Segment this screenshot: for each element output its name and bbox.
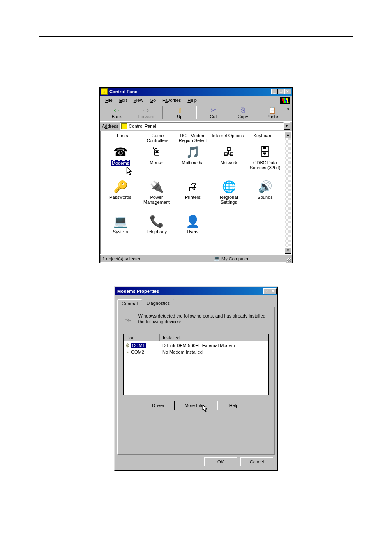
cp-item-icon: 👤 bbox=[186, 214, 199, 228]
cp-item-odbc-data-sources-32bit-[interactable]: 🗄ODBC Data Sources (32bit) bbox=[247, 145, 283, 179]
scroll-track[interactable] bbox=[285, 138, 291, 247]
address-dropdown-button[interactable]: ▼ bbox=[284, 122, 290, 130]
tab-panel-diagnostics: ⌁ Windows detected the following ports, … bbox=[117, 307, 275, 455]
scroll-up-button[interactable]: ▲ bbox=[285, 131, 291, 138]
close-button[interactable]: ✕ bbox=[270, 288, 277, 294]
up-icon: ⇧ bbox=[177, 106, 182, 114]
cp-item-printers[interactable]: 🖨Printers bbox=[175, 179, 211, 214]
cp-item-icon: 💻 bbox=[114, 214, 127, 228]
item-keyboard[interactable]: Keyboard bbox=[245, 133, 281, 143]
dialog-titlebar[interactable]: Modems Properties ? ✕ bbox=[115, 287, 277, 295]
cp-item-label: Network bbox=[221, 160, 237, 165]
address-field[interactable]: Control Panel bbox=[120, 122, 284, 130]
tab-row: General Diagnostics bbox=[117, 298, 275, 307]
control-panel-window: ⌂ Control Panel _ ☐ ✕ File Edit View Go … bbox=[99, 87, 293, 263]
menu-edit[interactable]: Edit bbox=[116, 97, 130, 104]
cp-item-mouse[interactable]: 🖱Mouse bbox=[138, 145, 175, 179]
cp-item-label: Telephony bbox=[146, 229, 167, 234]
cp-item-label: Users bbox=[187, 229, 199, 234]
diagnostics-message: Windows detected the following ports, an… bbox=[138, 313, 269, 326]
cp-item-sounds[interactable]: 🔊Sounds bbox=[247, 179, 283, 214]
cp-item-icon: 🖱 bbox=[150, 145, 163, 159]
cut-label: Cut bbox=[210, 114, 217, 119]
menu-file[interactable]: File bbox=[102, 97, 116, 104]
cp-item-regional-settings[interactable]: 🌐Regional Settings bbox=[211, 179, 247, 214]
serial-port-icon: ⌁ bbox=[123, 313, 133, 326]
cut-button[interactable]: ✂ Cut bbox=[198, 105, 228, 120]
more-info-button[interactable]: More Info... bbox=[180, 401, 212, 410]
scrollbar[interactable]: ▲ ▼ bbox=[285, 131, 291, 254]
cp-item-label: Printers bbox=[185, 195, 201, 200]
cp-item-label: Multimedia bbox=[182, 160, 203, 165]
driver-button[interactable]: Driver bbox=[142, 401, 175, 410]
cp-item-label: ODBC Data Sources (32bit) bbox=[249, 160, 281, 170]
cp-item-system[interactable]: 💻System bbox=[102, 214, 138, 248]
back-button[interactable]: ⇦ Back bbox=[102, 105, 131, 120]
cp-item-icon: 🗄 bbox=[258, 145, 272, 159]
maximize-button[interactable]: ☐ bbox=[278, 89, 284, 94]
cp-item-network[interactable]: 🖧Network bbox=[211, 145, 247, 179]
cancel-button[interactable]: Cancel bbox=[240, 457, 273, 466]
menu-view[interactable]: View bbox=[130, 97, 147, 104]
cp-item-multimedia[interactable]: 🎵Multimedia bbox=[175, 145, 211, 179]
paste-label: Paste bbox=[266, 114, 278, 119]
menu-go[interactable]: Go bbox=[146, 97, 159, 104]
cp-item-icon: 🔌 bbox=[150, 180, 163, 193]
port-row[interactable]: ⌁COM2No Modem Installed. bbox=[124, 349, 268, 355]
cp-item-power-management[interactable]: 🔌Power Management bbox=[138, 179, 175, 214]
item-game-controllers[interactable]: Game Controllers bbox=[140, 133, 175, 143]
address-label: Address bbox=[102, 124, 118, 129]
cut-icon: ✂ bbox=[211, 106, 216, 114]
cp-item-modems[interactable]: ☎Modems bbox=[102, 145, 138, 179]
forward-icon: ⇨ bbox=[143, 106, 149, 114]
tab-diagnostics[interactable]: Diagnostics bbox=[142, 299, 174, 308]
toolbar-separator bbox=[196, 106, 197, 119]
minimize-button[interactable]: _ bbox=[271, 89, 278, 94]
menu-favorites[interactable]: Favorites bbox=[159, 97, 184, 104]
port-row[interactable]: ⚙COM1D-Link DFM-560EL External Modem bbox=[124, 342, 268, 349]
port-icon: ⚙ bbox=[125, 343, 130, 348]
forward-label: Forward bbox=[138, 114, 154, 119]
cp-item-icon: 🔊 bbox=[258, 180, 272, 193]
installed-name: D-Link DFM-560EL External Modem bbox=[160, 343, 268, 348]
ports-listbox[interactable]: Port Installed ⚙COM1D-Link DFM-560EL Ext… bbox=[123, 334, 269, 395]
item-internet-options[interactable]: Internet Options bbox=[210, 133, 246, 143]
col-port[interactable]: Port bbox=[124, 334, 160, 341]
titlebar[interactable]: ⌂ Control Panel _ ☐ ✕ bbox=[100, 88, 292, 96]
paste-button[interactable]: 📋 Paste bbox=[258, 105, 287, 120]
copy-icon: ⎘ bbox=[241, 106, 245, 114]
menu-help[interactable]: Help bbox=[184, 97, 200, 104]
resize-grip[interactable] bbox=[286, 255, 292, 263]
port-name: COM2 bbox=[131, 350, 144, 355]
col-installed[interactable]: Installed bbox=[160, 334, 268, 341]
list-header: Port Installed bbox=[124, 334, 268, 341]
item-hcf-modem[interactable]: HCF Modem Region Select bbox=[175, 133, 210, 143]
cp-item-users[interactable]: 👤Users bbox=[175, 214, 211, 248]
close-button[interactable]: ✕ bbox=[284, 89, 291, 94]
scroll-down-button[interactable]: ▼ bbox=[285, 247, 291, 254]
help-button[interactable]: ? bbox=[263, 288, 270, 294]
toolbar-overflow-icon[interactable]: » bbox=[287, 105, 290, 120]
copy-button[interactable]: ⎘ Copy bbox=[228, 105, 258, 120]
ok-button[interactable]: OK bbox=[204, 457, 237, 466]
cp-item-passwords[interactable]: 🔑Passwords bbox=[102, 179, 138, 214]
cp-item-icon: 🌐 bbox=[222, 180, 235, 193]
folder-view[interactable]: Fonts Game Controllers HCF Modem Region … bbox=[100, 131, 292, 254]
up-label: Up bbox=[177, 114, 182, 119]
up-button[interactable]: ⇧ Up bbox=[165, 105, 194, 120]
cp-item-label: System bbox=[113, 229, 128, 234]
cp-item-icon: 🖨 bbox=[186, 180, 199, 193]
forward-button[interactable]: ⇨ Forward bbox=[131, 105, 161, 120]
item-fonts[interactable]: Fonts bbox=[105, 133, 140, 143]
status-bar: 1 object(s) selected 💻 My Computer bbox=[100, 254, 292, 263]
cp-item-label: Sounds bbox=[257, 195, 272, 200]
windows-logo-icon bbox=[280, 97, 290, 104]
cp-item-telephony[interactable]: 📞Telephony bbox=[138, 214, 175, 248]
top-row-labels: Fonts Game Controllers HCF Modem Region … bbox=[102, 133, 283, 145]
my-computer-icon: 💻 bbox=[214, 256, 220, 261]
back-icon: ⇦ bbox=[114, 106, 119, 114]
tab-general[interactable]: General bbox=[117, 299, 142, 307]
system-icon[interactable]: ⌂ bbox=[101, 88, 108, 95]
help-button[interactable]: Help bbox=[217, 401, 250, 410]
menu-bar: File Edit View Go Favorites Help bbox=[100, 96, 292, 104]
